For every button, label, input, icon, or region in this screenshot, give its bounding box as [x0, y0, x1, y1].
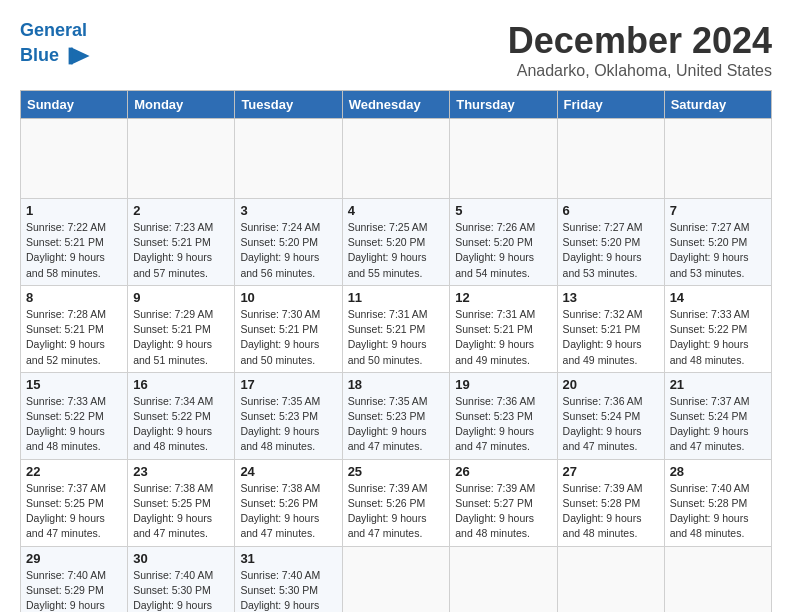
day-header-friday: Friday	[557, 91, 664, 119]
calendar-cell: 27Sunrise: 7:39 AM Sunset: 5:28 PM Dayli…	[557, 459, 664, 546]
day-header-sunday: Sunday	[21, 91, 128, 119]
day-number: 22	[26, 464, 122, 479]
calendar-cell: 31Sunrise: 7:40 AM Sunset: 5:30 PM Dayli…	[235, 546, 342, 612]
calendar-cell: 11Sunrise: 7:31 AM Sunset: 5:21 PM Dayli…	[342, 285, 450, 372]
calendar-week-1: 1Sunrise: 7:22 AM Sunset: 5:21 PM Daylig…	[21, 199, 772, 286]
day-info: Sunrise: 7:31 AM Sunset: 5:21 PM Dayligh…	[348, 307, 445, 368]
day-info: Sunrise: 7:31 AM Sunset: 5:21 PM Dayligh…	[455, 307, 551, 368]
day-number: 12	[455, 290, 551, 305]
calendar-week-2: 8Sunrise: 7:28 AM Sunset: 5:21 PM Daylig…	[21, 285, 772, 372]
day-info: Sunrise: 7:37 AM Sunset: 5:25 PM Dayligh…	[26, 481, 122, 542]
calendar-week-4: 22Sunrise: 7:37 AM Sunset: 5:25 PM Dayli…	[21, 459, 772, 546]
month-title: December 2024	[508, 20, 772, 62]
day-info: Sunrise: 7:34 AM Sunset: 5:22 PM Dayligh…	[133, 394, 229, 455]
day-number: 28	[670, 464, 766, 479]
calendar-cell	[450, 546, 557, 612]
day-number: 14	[670, 290, 766, 305]
day-number: 31	[240, 551, 336, 566]
calendar-cell: 15Sunrise: 7:33 AM Sunset: 5:22 PM Dayli…	[21, 372, 128, 459]
svg-rect-1	[69, 47, 73, 64]
day-info: Sunrise: 7:25 AM Sunset: 5:20 PM Dayligh…	[348, 220, 445, 281]
day-info: Sunrise: 7:27 AM Sunset: 5:20 PM Dayligh…	[670, 220, 766, 281]
day-number: 30	[133, 551, 229, 566]
day-header-monday: Monday	[128, 91, 235, 119]
calendar-week-3: 15Sunrise: 7:33 AM Sunset: 5:22 PM Dayli…	[21, 372, 772, 459]
day-info: Sunrise: 7:33 AM Sunset: 5:22 PM Dayligh…	[670, 307, 766, 368]
title-area: December 2024 Anadarko, Oklahoma, United…	[508, 20, 772, 80]
calendar-week-5: 29Sunrise: 7:40 AM Sunset: 5:29 PM Dayli…	[21, 546, 772, 612]
day-number: 10	[240, 290, 336, 305]
calendar-cell: 18Sunrise: 7:35 AM Sunset: 5:23 PM Dayli…	[342, 372, 450, 459]
day-number: 26	[455, 464, 551, 479]
day-info: Sunrise: 7:22 AM Sunset: 5:21 PM Dayligh…	[26, 220, 122, 281]
day-number: 3	[240, 203, 336, 218]
calendar-cell	[664, 119, 771, 199]
calendar-cell: 23Sunrise: 7:38 AM Sunset: 5:25 PM Dayli…	[128, 459, 235, 546]
calendar-cell: 26Sunrise: 7:39 AM Sunset: 5:27 PM Dayli…	[450, 459, 557, 546]
day-info: Sunrise: 7:35 AM Sunset: 5:23 PM Dayligh…	[348, 394, 445, 455]
calendar-cell: 20Sunrise: 7:36 AM Sunset: 5:24 PM Dayli…	[557, 372, 664, 459]
day-info: Sunrise: 7:24 AM Sunset: 5:20 PM Dayligh…	[240, 220, 336, 281]
calendar-cell	[342, 546, 450, 612]
day-info: Sunrise: 7:40 AM Sunset: 5:30 PM Dayligh…	[240, 568, 336, 613]
day-header-wednesday: Wednesday	[342, 91, 450, 119]
calendar-cell	[235, 119, 342, 199]
calendar-cell	[664, 546, 771, 612]
calendar-cell	[342, 119, 450, 199]
day-info: Sunrise: 7:40 AM Sunset: 5:30 PM Dayligh…	[133, 568, 229, 613]
calendar-cell: 30Sunrise: 7:40 AM Sunset: 5:30 PM Dayli…	[128, 546, 235, 612]
calendar-cell: 1Sunrise: 7:22 AM Sunset: 5:21 PM Daylig…	[21, 199, 128, 286]
calendar-cell	[557, 119, 664, 199]
day-info: Sunrise: 7:35 AM Sunset: 5:23 PM Dayligh…	[240, 394, 336, 455]
logo-text: General	[20, 20, 91, 42]
day-number: 2	[133, 203, 229, 218]
day-info: Sunrise: 7:26 AM Sunset: 5:20 PM Dayligh…	[455, 220, 551, 281]
calendar-cell	[21, 119, 128, 199]
day-number: 11	[348, 290, 445, 305]
day-info: Sunrise: 7:39 AM Sunset: 5:27 PM Dayligh…	[455, 481, 551, 542]
calendar-cell: 22Sunrise: 7:37 AM Sunset: 5:25 PM Dayli…	[21, 459, 128, 546]
calendar-cell: 16Sunrise: 7:34 AM Sunset: 5:22 PM Dayli…	[128, 372, 235, 459]
calendar-cell: 13Sunrise: 7:32 AM Sunset: 5:21 PM Dayli…	[557, 285, 664, 372]
day-number: 7	[670, 203, 766, 218]
logo-icon	[63, 42, 91, 70]
day-number: 4	[348, 203, 445, 218]
calendar-cell: 19Sunrise: 7:36 AM Sunset: 5:23 PM Dayli…	[450, 372, 557, 459]
day-number: 27	[563, 464, 659, 479]
day-number: 29	[26, 551, 122, 566]
logo: General Blue	[20, 20, 91, 70]
calendar-cell: 3Sunrise: 7:24 AM Sunset: 5:20 PM Daylig…	[235, 199, 342, 286]
day-number: 6	[563, 203, 659, 218]
day-info: Sunrise: 7:36 AM Sunset: 5:23 PM Dayligh…	[455, 394, 551, 455]
day-number: 9	[133, 290, 229, 305]
calendar-table: SundayMondayTuesdayWednesdayThursdayFrid…	[20, 90, 772, 612]
day-info: Sunrise: 7:33 AM Sunset: 5:22 PM Dayligh…	[26, 394, 122, 455]
day-number: 21	[670, 377, 766, 392]
page-header: General Blue December 2024 Anadarko, Okl…	[20, 20, 772, 80]
calendar-cell: 14Sunrise: 7:33 AM Sunset: 5:22 PM Dayli…	[664, 285, 771, 372]
day-info: Sunrise: 7:29 AM Sunset: 5:21 PM Dayligh…	[133, 307, 229, 368]
day-number: 17	[240, 377, 336, 392]
day-number: 25	[348, 464, 445, 479]
calendar-cell	[557, 546, 664, 612]
calendar-cell: 4Sunrise: 7:25 AM Sunset: 5:20 PM Daylig…	[342, 199, 450, 286]
day-info: Sunrise: 7:27 AM Sunset: 5:20 PM Dayligh…	[563, 220, 659, 281]
day-number: 13	[563, 290, 659, 305]
day-info: Sunrise: 7:38 AM Sunset: 5:25 PM Dayligh…	[133, 481, 229, 542]
day-info: Sunrise: 7:40 AM Sunset: 5:28 PM Dayligh…	[670, 481, 766, 542]
day-number: 16	[133, 377, 229, 392]
calendar-cell: 6Sunrise: 7:27 AM Sunset: 5:20 PM Daylig…	[557, 199, 664, 286]
day-number: 5	[455, 203, 551, 218]
day-number: 24	[240, 464, 336, 479]
calendar-cell: 7Sunrise: 7:27 AM Sunset: 5:20 PM Daylig…	[664, 199, 771, 286]
day-number: 1	[26, 203, 122, 218]
day-info: Sunrise: 7:30 AM Sunset: 5:21 PM Dayligh…	[240, 307, 336, 368]
day-info: Sunrise: 7:36 AM Sunset: 5:24 PM Dayligh…	[563, 394, 659, 455]
day-header-tuesday: Tuesday	[235, 91, 342, 119]
calendar-cell	[450, 119, 557, 199]
calendar-cell: 9Sunrise: 7:29 AM Sunset: 5:21 PM Daylig…	[128, 285, 235, 372]
calendar-cell: 25Sunrise: 7:39 AM Sunset: 5:26 PM Dayli…	[342, 459, 450, 546]
calendar-cell: 2Sunrise: 7:23 AM Sunset: 5:21 PM Daylig…	[128, 199, 235, 286]
day-info: Sunrise: 7:23 AM Sunset: 5:21 PM Dayligh…	[133, 220, 229, 281]
day-number: 23	[133, 464, 229, 479]
